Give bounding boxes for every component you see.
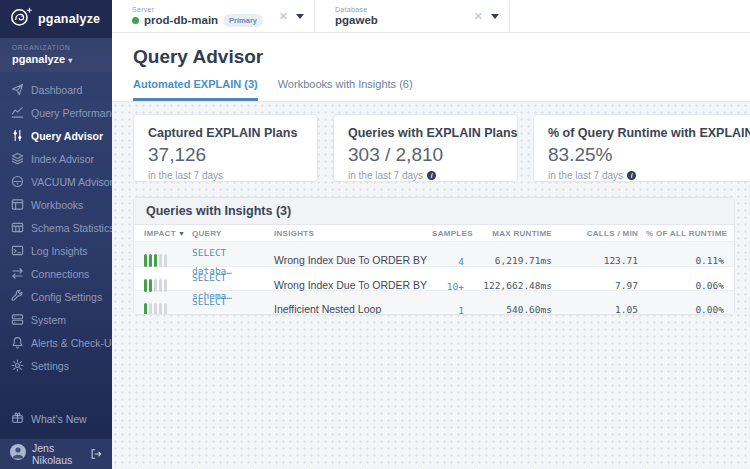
log-insights-icon xyxy=(11,244,24,257)
insight-label: Inefficient Nested Loop xyxy=(264,303,432,315)
config-settings-icon xyxy=(11,290,24,303)
queries-with-insights-panel: Queries with Insights (3) IMPACT▼QUERYIN… xyxy=(133,197,735,315)
index-advisor-icon xyxy=(11,152,24,165)
panel-title: Queries with Insights (3) xyxy=(134,198,734,225)
user-menu[interactable]: Jens Nikolaus xyxy=(0,439,112,469)
server-dropdown-icon[interactable] xyxy=(296,14,304,19)
server-selector[interactable]: Server prod-db-main Primary ✕ xyxy=(112,0,315,32)
database-value: pgaweb xyxy=(335,14,378,26)
card-value: 37,126 xyxy=(148,144,303,166)
system-icon xyxy=(11,313,24,326)
column-header-insights[interactable]: INSIGHTS xyxy=(264,229,432,238)
insight-label: Wrong Index Due To ORDER BY xyxy=(264,254,432,266)
tab-workbooks-with-insights[interactable]: Workbooks with Insights (6) xyxy=(278,78,413,101)
sidebar-item-settings[interactable]: Settings xyxy=(0,354,112,377)
tab-bar: Automated EXPLAIN (3) Workbooks with Ins… xyxy=(133,78,750,101)
sidebar-item-system[interactable]: System xyxy=(0,308,112,331)
card-caption: in the last 7 days xyxy=(148,170,303,181)
primary-badge: Primary xyxy=(223,14,263,27)
clear-server-icon[interactable]: ✕ xyxy=(279,11,288,22)
logout-icon[interactable] xyxy=(90,448,102,460)
sidebar-item-label: Workbooks xyxy=(31,199,83,211)
sidebar-item-alerts-check-up[interactable]: Alerts & Check-Up xyxy=(0,331,112,354)
impact-bars xyxy=(144,254,182,267)
sidebar-item-label: Alerts & Check-Up xyxy=(31,337,117,349)
database-label: Database xyxy=(335,6,474,13)
pct-of-all-runtime-value: 0.06% xyxy=(646,280,732,291)
brand-logo[interactable]: pganalyze xyxy=(0,0,112,38)
pct-of-all-runtime-value: 0.00% xyxy=(646,304,732,315)
chevron-down-icon: ▾ xyxy=(68,56,72,65)
database-dropdown-icon[interactable] xyxy=(491,14,499,19)
org-switcher[interactable]: ORGANIZATION pganalyze ▾ xyxy=(0,38,112,72)
max-runtime-value: 540.60ms xyxy=(472,304,560,315)
main-area: Server prod-db-main Primary ✕ Database xyxy=(112,0,750,469)
column-header-calls-min[interactable]: CALLS / MIN xyxy=(560,229,646,238)
sidebar-item-label: Query Performance xyxy=(31,107,123,119)
calls-per-min-value: 1.05 xyxy=(560,304,646,315)
calls-per-min-value: 123.71 xyxy=(560,255,646,266)
database-selector[interactable]: Database pgaweb ✕ xyxy=(315,0,510,32)
sidebar-item-whats-new[interactable]: What's New xyxy=(0,407,112,430)
sidebar-item-connections[interactable]: Connections xyxy=(0,262,112,285)
sidebar-item-dashboard[interactable]: Dashboard xyxy=(0,78,112,101)
table-row[interactable]: SELECT databa…Wrong Index Due To ORDER B… xyxy=(134,242,734,266)
column-header-impact[interactable]: IMPACT▼ xyxy=(134,229,182,238)
sidebar-item-label: Log Insights xyxy=(31,245,88,257)
table-row[interactable]: SELECT schema…Wrong Index Due To ORDER B… xyxy=(134,266,734,290)
query-link[interactable]: SELECT issues… xyxy=(192,296,232,315)
sidebar-item-label: Connections xyxy=(31,268,89,280)
query-advisor-icon xyxy=(11,129,24,142)
alerts-icon xyxy=(11,336,24,349)
dashboard-icon xyxy=(11,83,24,96)
insight-label: Wrong Index Due To ORDER BY xyxy=(264,279,432,291)
info-icon[interactable]: i xyxy=(627,171,636,180)
card-title: Captured EXPLAIN Plans xyxy=(148,126,303,140)
samples-link[interactable]: 1 xyxy=(458,305,464,315)
sidebar-item-query-performance[interactable]: Query Performance xyxy=(0,101,112,124)
org-label: ORGANIZATION xyxy=(12,44,112,51)
sidebar-item-label: Config Settings xyxy=(31,291,102,303)
sidebar-item-query-advisor[interactable]: Query Advisor xyxy=(0,124,112,147)
table-body: SELECT databa…Wrong Index Due To ORDER B… xyxy=(134,242,734,314)
card-captured-explain-plans: Captured EXPLAIN Plans 37,126 in the las… xyxy=(133,114,318,182)
pct-of-all-runtime-value: 0.11% xyxy=(646,255,732,266)
info-icon[interactable]: i xyxy=(427,171,436,180)
calls-per-min-value: 7.97 xyxy=(560,280,646,291)
app-window: pganalyze ORGANIZATION pganalyze ▾ Dashb… xyxy=(0,0,750,469)
samples-link[interactable]: 4 xyxy=(458,256,464,267)
sidebar-item-label: Index Advisor xyxy=(31,153,94,165)
card-pct-query-runtime: % of Query Runtime with EXPLAIN Plans 83… xyxy=(533,114,750,182)
sidebar-item-workbooks[interactable]: Workbooks xyxy=(0,193,112,216)
sidebar-item-label: Settings xyxy=(31,360,69,372)
workbooks-icon xyxy=(11,198,24,211)
avatar xyxy=(10,444,26,464)
samples-link[interactable]: 10+ xyxy=(447,281,464,292)
card-caption: in the last 7 daysi xyxy=(348,170,503,181)
sidebar-item-label: Schema Statistics xyxy=(31,222,114,234)
max-runtime-value: 122,662.48ms xyxy=(472,280,560,291)
sidebar-item-log-insights[interactable]: Log Insights xyxy=(0,239,112,262)
server-value: prod-db-main xyxy=(144,14,218,26)
column-header-query[interactable]: QUERY xyxy=(182,229,264,238)
pganalyze-logo-icon xyxy=(9,6,33,32)
sidebar-item-config-settings[interactable]: Config Settings xyxy=(0,285,112,308)
sidebar-item-schema-statistics[interactable]: Schema Statistics xyxy=(0,216,112,239)
card-queries-with-explain-plans: Queries with EXPLAIN Plans 303 / 2,810 i… xyxy=(333,114,518,182)
content-body: Captured EXPLAIN Plans 37,126 in the las… xyxy=(112,102,750,469)
whats-new-label: What's New xyxy=(31,413,87,425)
org-name: pganalyze ▾ xyxy=(12,53,112,65)
max-runtime-value: 6,219.71ms xyxy=(472,255,560,266)
column-header-max-runtime[interactable]: MAX RUNTIME xyxy=(472,229,560,238)
vacuum-advisor-icon xyxy=(11,175,24,188)
clear-database-icon[interactable]: ✕ xyxy=(474,11,483,22)
card-title: % of Query Runtime with EXPLAIN Plans xyxy=(548,126,750,140)
card-value: 83.25% xyxy=(548,144,750,166)
tab-automated-explain[interactable]: Automated EXPLAIN (3) xyxy=(133,78,258,101)
server-label: Server xyxy=(132,6,279,13)
column-header-of-all-runtime[interactable]: % OF ALL RUNTIME xyxy=(646,229,732,238)
sidebar-item-index-advisor[interactable]: Index Advisor xyxy=(0,147,112,170)
card-caption: in the last 7 daysi xyxy=(548,170,750,181)
column-header-samples[interactable]: SAMPLES xyxy=(432,229,472,238)
sidebar-item-vacuum-advisor[interactable]: VACUUM Advisor xyxy=(0,170,112,193)
